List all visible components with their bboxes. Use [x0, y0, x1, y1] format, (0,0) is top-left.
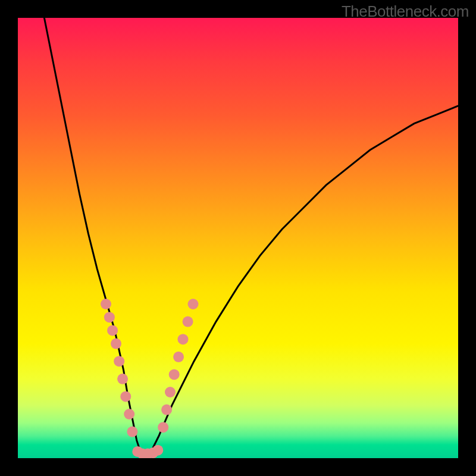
data-dot — [188, 299, 199, 309]
data-dot — [165, 387, 176, 397]
data-dot — [120, 391, 131, 402]
data-dot — [178, 334, 189, 345]
chart-frame: TheBottleneck.com — [0, 0, 476, 476]
data-dot — [101, 299, 111, 309]
data-dot — [114, 356, 124, 367]
chart-svg — [18, 18, 458, 458]
data-dot — [158, 422, 168, 433]
data-dot — [111, 339, 121, 349]
data-dots — [101, 299, 199, 458]
plot-area — [18, 18, 458, 458]
data-dot — [169, 369, 180, 380]
bottleneck-curve — [44, 18, 458, 458]
data-dot — [124, 409, 134, 419]
watermark-text: TheBottleneck.com — [342, 2, 469, 21]
data-dot — [173, 352, 184, 362]
data-dot — [117, 374, 128, 384]
data-dot — [127, 427, 137, 437]
data-dot — [104, 312, 115, 322]
data-dot — [152, 445, 163, 456]
data-dot — [161, 405, 172, 415]
data-dot — [107, 325, 118, 336]
data-dot — [183, 317, 193, 327]
